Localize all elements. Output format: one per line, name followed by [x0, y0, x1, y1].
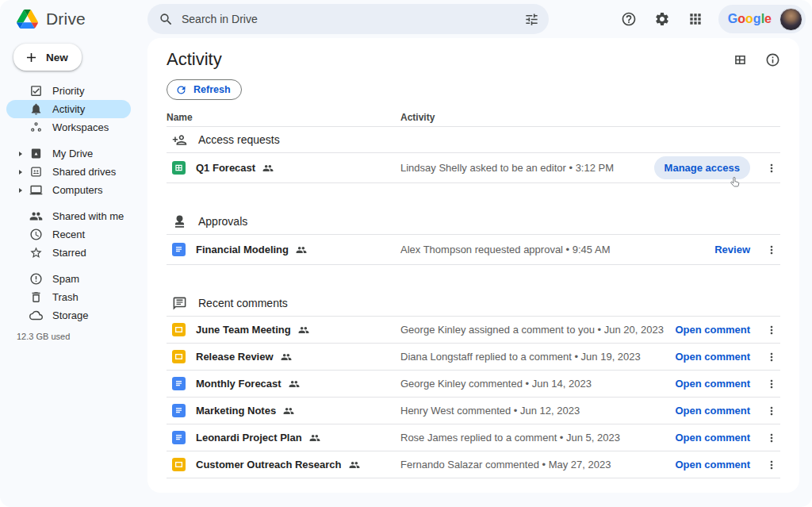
activity-description: Rose James replied to a comment • Jun 5,…: [400, 432, 675, 444]
google-logo: Google: [728, 12, 772, 26]
sidebar: New Priority Activity Workspaces My Driv…: [0, 38, 147, 507]
slides-file-icon: [172, 350, 186, 363]
cloud-icon: [29, 309, 43, 322]
open-comment-button[interactable]: Open comment: [675, 426, 750, 449]
grid-view-icon[interactable]: [733, 52, 748, 67]
activity-row[interactable]: Monthly Forecast George Kinley commented…: [167, 371, 780, 398]
clock-icon: [29, 228, 43, 241]
account-pill: Google: [718, 5, 806, 33]
more-options-icon[interactable]: [765, 162, 778, 175]
open-comment-button[interactable]: Open comment: [675, 345, 750, 368]
computers-icon: [29, 183, 43, 197]
comment-icon: [172, 296, 187, 311]
docs-file-icon: [172, 431, 186, 444]
more-options-icon[interactable]: [765, 378, 778, 390]
refresh-button[interactable]: Refresh: [167, 79, 242, 100]
settings-gear-icon[interactable]: [649, 6, 676, 33]
sidebar-item-shared-drives[interactable]: Shared drives: [6, 163, 131, 181]
activity-description: George Kinley commented • Jun 14, 2023: [400, 378, 675, 390]
sidebar-item-spam[interactable]: Spam: [6, 270, 131, 288]
app-title: Drive: [46, 10, 86, 29]
sidebar-item-trash[interactable]: Trash: [6, 288, 131, 306]
sidebar-item-computers[interactable]: Computers: [6, 181, 131, 199]
trash-icon: [29, 290, 43, 304]
activity-description: George Kinley assigned a comment to you …: [400, 324, 675, 336]
sidebar-item-label: Trash: [52, 291, 79, 303]
sidebar-item-my-drive[interactable]: My Drive: [6, 144, 131, 163]
activity-row[interactable]: Marketing Notes Henry West commented • J…: [167, 398, 780, 424]
activity-row[interactable]: Financial Modeling Alex Thompson request…: [167, 235, 780, 265]
activity-description: Fernando Salazar commented • May 27, 202…: [400, 459, 675, 471]
more-options-icon[interactable]: [765, 459, 778, 471]
sidebar-item-priority[interactable]: Priority: [6, 82, 131, 100]
sidebar-item-workspaces[interactable]: Workspaces: [6, 118, 131, 136]
more-options-icon[interactable]: [765, 432, 778, 444]
topbar-actions: Google: [615, 5, 812, 33]
google-apps-grid-icon[interactable]: [682, 6, 709, 33]
activity-row[interactable]: June Team Meeting George Kinley assigned…: [167, 317, 780, 344]
activity-row[interactable]: Leonardi Project Plan Rose James replied…: [167, 424, 780, 451]
workspaces-icon: [29, 121, 43, 134]
more-options-icon[interactable]: [765, 244, 778, 256]
sidebar-item-label: Activity: [52, 103, 85, 115]
sidebar-item-label: Shared drives: [52, 166, 116, 178]
info-icon[interactable]: [765, 52, 780, 67]
more-options-icon[interactable]: [765, 351, 778, 363]
activity-section: Recent comments June Team Meeting George…: [167, 290, 780, 478]
sidebar-item-activity[interactable]: Activity: [6, 100, 131, 118]
activity-row[interactable]: Q1 Forecast Lindsay Shelly asked to be a…: [167, 153, 780, 183]
more-options-icon[interactable]: [765, 405, 778, 417]
shared-people-icon: [296, 244, 307, 255]
expand-caret-icon[interactable]: [19, 152, 29, 156]
expand-caret-icon[interactable]: [19, 170, 29, 175]
sidebar-item-label: Recent: [52, 229, 85, 240]
activity-panel: Activity Refresh Name Activity Acces: [147, 38, 799, 493]
sidebar-item-shared-with-me[interactable]: Shared with me: [6, 207, 131, 225]
google-drive-window: Drive Google: [0, 0, 812, 507]
help-icon[interactable]: [615, 6, 642, 33]
spam-icon: [29, 272, 43, 286]
search-filters-icon[interactable]: [524, 12, 539, 27]
review-button[interactable]: Review: [714, 238, 750, 261]
open-comment-button[interactable]: Open comment: [675, 372, 750, 395]
priority-icon: [29, 84, 43, 98]
slides-file-icon: [172, 323, 186, 336]
topbar: Drive Google: [0, 0, 812, 38]
sidebar-nav: Priority Activity Workspaces My Drive Sh…: [0, 82, 147, 325]
file-name: Customer Outreach Research: [196, 459, 342, 471]
drive-logo-icon: [17, 10, 38, 29]
more-options-icon[interactable]: [765, 324, 778, 336]
shared-people-icon: [262, 163, 274, 174]
column-header-name: Name: [167, 112, 400, 123]
file-name: Monthly Forecast: [196, 378, 282, 390]
activity-row[interactable]: Release Review Diana Longstaff replied t…: [167, 344, 780, 371]
shared-people-icon: [309, 432, 320, 444]
my-drive-icon: [29, 147, 43, 160]
expand-caret-icon[interactable]: [19, 188, 29, 193]
table-header: Name Activity: [167, 108, 780, 127]
sidebar-item-label: Starred: [52, 247, 86, 259]
refresh-label: Refresh: [193, 84, 231, 95]
new-button[interactable]: New: [13, 44, 82, 71]
search-input[interactable]: [182, 13, 516, 25]
sidebar-item-storage[interactable]: Storage: [6, 306, 131, 325]
sidebar-item-label: Storage: [52, 309, 89, 321]
search-bar[interactable]: [147, 4, 549, 34]
mouse-cursor: [729, 176, 742, 190]
slides-file-icon: [172, 458, 186, 471]
open-comment-button[interactable]: Open comment: [675, 399, 750, 422]
page-title: Activity: [167, 49, 222, 70]
activity-row[interactable]: Customer Outreach Research Fernando Sala…: [167, 451, 780, 478]
sidebar-item-starred[interactable]: Starred: [6, 244, 131, 262]
user-avatar[interactable]: [779, 8, 802, 31]
section-title: Access requests: [198, 133, 280, 146]
person-add-icon: [172, 133, 187, 148]
sidebar-item-label: Workspaces: [52, 121, 109, 133]
activity-description: Lindsay Shelly asked to be an editor • 3…: [400, 162, 654, 174]
file-name: June Team Meeting: [196, 324, 291, 336]
storage-used-label: 12.3 GB used: [17, 332, 147, 341]
open-comment-button[interactable]: Open comment: [675, 318, 750, 341]
sidebar-item-recent[interactable]: Recent: [6, 225, 131, 244]
file-name: Q1 Forecast: [196, 162, 255, 174]
open-comment-button[interactable]: Open comment: [675, 453, 750, 476]
